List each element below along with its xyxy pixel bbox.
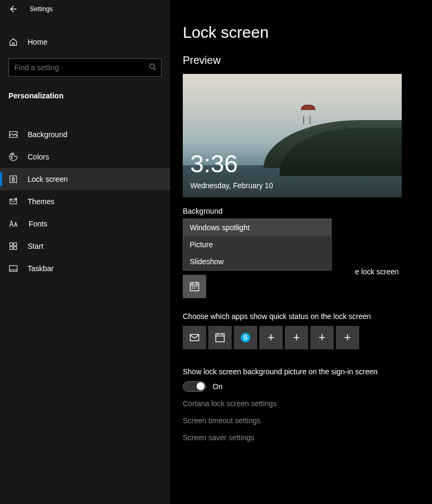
detailed-status-app-tile[interactable] bbox=[183, 275, 206, 298]
content-area: Lock screen Preview 3:36 Wednesday, Febr… bbox=[170, 0, 432, 504]
nav-list: Background Colors Lock screen Themes Fon… bbox=[0, 123, 170, 280]
sidebar-item-label: Lock screen bbox=[28, 175, 67, 183]
svg-point-2 bbox=[11, 156, 12, 157]
skype-icon: S bbox=[240, 332, 251, 343]
toggle-knob bbox=[197, 382, 205, 390]
taskbar-icon bbox=[9, 264, 18, 273]
sidebar-item-label: Fonts bbox=[29, 220, 47, 228]
svg-rect-8 bbox=[10, 243, 13, 246]
background-label: Background bbox=[183, 207, 419, 215]
back-button[interactable] bbox=[9, 5, 17, 13]
titlebar: Settings bbox=[0, 0, 170, 18]
preview-time: 3:36 bbox=[190, 149, 238, 178]
svg-point-3 bbox=[12, 154, 13, 155]
sidebar-item-label: Background bbox=[28, 130, 67, 139]
svg-rect-24 bbox=[216, 334, 224, 342]
quick-status-row: S + + + + bbox=[183, 326, 419, 349]
signin-toggle-row: On bbox=[183, 381, 419, 392]
quick-status-tile-add[interactable]: + bbox=[259, 326, 283, 349]
svg-rect-23 bbox=[190, 334, 199, 341]
link-screen-timeout[interactable]: Screen timeout settings bbox=[183, 416, 419, 425]
calendar-icon bbox=[214, 332, 226, 343]
quick-status-tile-skype[interactable]: S bbox=[234, 326, 257, 349]
detailed-status-app-row bbox=[183, 275, 419, 298]
plus-icon: + bbox=[268, 331, 275, 345]
page-title: Lock screen bbox=[183, 23, 419, 41]
detailed-status-label-partial: e lock screen bbox=[355, 267, 399, 276]
search-icon bbox=[149, 63, 156, 72]
plus-icon: + bbox=[293, 331, 300, 345]
sidebar-item-label: Taskbar bbox=[28, 264, 54, 273]
home-nav[interactable]: Home bbox=[0, 31, 170, 53]
quick-status-tile-mail[interactable] bbox=[183, 326, 206, 349]
svg-point-0 bbox=[150, 64, 155, 69]
lock-screen-icon bbox=[9, 174, 18, 184]
sidebar-item-label: Colors bbox=[28, 153, 49, 161]
fonts-icon bbox=[9, 219, 19, 229]
signin-toggle[interactable] bbox=[183, 381, 206, 392]
plus-icon: + bbox=[344, 331, 351, 345]
start-icon bbox=[9, 241, 18, 251]
sidebar-item-label: Start bbox=[28, 242, 44, 250]
sidebar-item-fonts[interactable]: Fonts bbox=[0, 213, 170, 235]
signin-toggle-state: On bbox=[213, 382, 223, 391]
preview-paraglider bbox=[310, 116, 310, 124]
quick-status-tile-calendar[interactable] bbox=[208, 326, 232, 349]
app-title: Settings bbox=[30, 5, 53, 13]
themes-icon bbox=[9, 197, 18, 206]
palette-icon bbox=[9, 152, 18, 162]
search-wrap bbox=[0, 58, 170, 77]
link-cortana-settings[interactable]: Cortana lock screen settings bbox=[183, 399, 419, 408]
picture-icon bbox=[9, 130, 18, 139]
dropdown-option-windows-spotlight[interactable]: Windows spotlight bbox=[183, 219, 331, 236]
link-screen-saver[interactable]: Screen saver settings bbox=[183, 433, 419, 442]
background-dropdown[interactable]: Windows spotlight Picture Slideshow bbox=[183, 219, 332, 271]
sidebar-item-colors[interactable]: Colors bbox=[0, 146, 170, 168]
search-input[interactable] bbox=[9, 58, 162, 77]
svg-rect-11 bbox=[14, 247, 16, 249]
quick-status-tile-add[interactable]: + bbox=[285, 326, 308, 349]
home-label: Home bbox=[28, 38, 47, 46]
sidebar: Settings Home Personalization Background… bbox=[0, 0, 170, 504]
preview-paraglider bbox=[301, 105, 316, 110]
quick-status-tile-add[interactable]: + bbox=[310, 326, 334, 349]
svg-point-4 bbox=[11, 158, 12, 159]
svg-rect-6 bbox=[12, 179, 14, 181]
preview-date: Wednesday, February 10 bbox=[190, 181, 273, 190]
sidebar-item-themes[interactable]: Themes bbox=[0, 190, 170, 213]
mail-icon bbox=[189, 332, 200, 343]
dropdown-option-picture[interactable]: Picture bbox=[183, 236, 331, 253]
svg-text:S: S bbox=[243, 334, 248, 341]
arrow-left-icon bbox=[9, 5, 17, 13]
lock-screen-preview: 3:36 Wednesday, February 10 bbox=[183, 74, 402, 197]
calendar-icon bbox=[189, 281, 200, 292]
svg-rect-10 bbox=[10, 247, 13, 249]
sidebar-item-lock-screen[interactable]: Lock screen bbox=[0, 168, 170, 190]
plus-icon: + bbox=[319, 331, 326, 345]
quick-status-tile-add[interactable]: + bbox=[336, 326, 359, 349]
signin-bg-label: Show lock screen background picture on t… bbox=[183, 367, 419, 376]
sidebar-item-background[interactable]: Background bbox=[0, 123, 170, 146]
section-title: Personalization bbox=[0, 91, 170, 100]
sidebar-item-taskbar[interactable]: Taskbar bbox=[0, 257, 170, 280]
preview-paraglider bbox=[303, 116, 304, 124]
svg-rect-12 bbox=[10, 266, 17, 272]
preview-heading: Preview bbox=[183, 54, 419, 66]
sidebar-item-label: Themes bbox=[28, 197, 55, 206]
quick-status-label: Choose which apps show quick status on t… bbox=[183, 312, 419, 321]
dropdown-option-slideshow[interactable]: Slideshow bbox=[183, 253, 331, 270]
svg-rect-9 bbox=[14, 243, 16, 246]
home-icon bbox=[9, 37, 18, 47]
sidebar-item-start[interactable]: Start bbox=[0, 235, 170, 257]
